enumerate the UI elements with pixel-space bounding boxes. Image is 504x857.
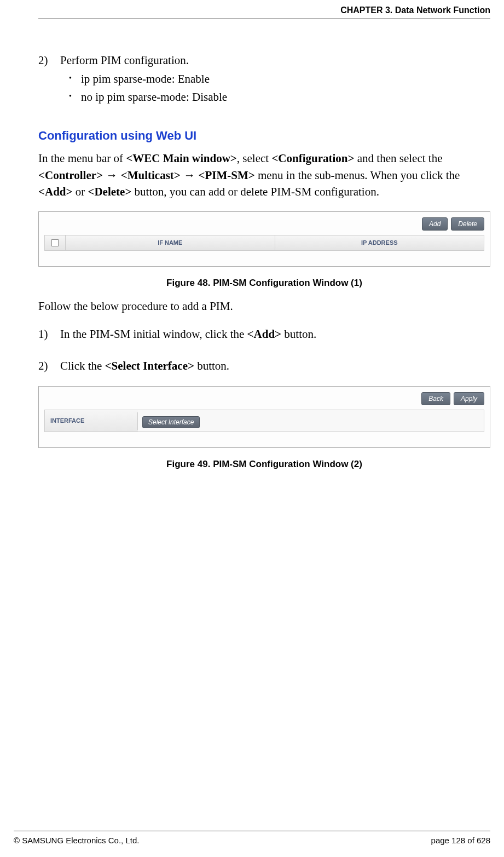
- text: Click the: [60, 359, 105, 372]
- select-all-checkbox[interactable]: [51, 239, 59, 246]
- apply-button[interactable]: Apply: [454, 392, 484, 405]
- text: button, you can add or delete PIM-SM con…: [131, 185, 379, 198]
- text: menu in the sub-menus. When you click th…: [255, 169, 460, 182]
- section-heading: Configuration using Web UI: [38, 127, 490, 145]
- chapter-header: CHAPTER 3. Data Network Function: [38, 5, 490, 15]
- column-if-name: IF NAME: [66, 235, 275, 251]
- copyright: © SAMSUNG Electronics Co., Ltd.: [14, 836, 139, 845]
- bullet-item: • ip pim sparse-mode: Enable: [69, 71, 490, 87]
- table-header: IF NAME IP ADDRESS: [44, 235, 484, 251]
- step-number: 2): [38, 358, 60, 374]
- step-number: 2): [38, 52, 60, 68]
- text: button.: [281, 327, 316, 341]
- bullet-text: no ip pim sparse-mode: Disable: [81, 89, 227, 105]
- step-body: In the PIM-SM initial window, click the …: [60, 326, 490, 342]
- page-number: page 128 of 628: [431, 836, 490, 845]
- text: In the PIM-SM initial window, click the: [60, 327, 247, 341]
- step-body: Click the <Select Interface> button.: [60, 358, 490, 374]
- text: button.: [194, 359, 229, 372]
- page-footer: © SAMSUNG Electronics Co., Ltd. page 128…: [14, 831, 490, 845]
- bold-text: <Delete>: [88, 185, 131, 198]
- pim-sm-window-2: Back Apply INTERFACE Select Interface: [38, 386, 490, 447]
- bold-text: <Multicast>: [121, 169, 181, 182]
- step-number: 1): [38, 326, 60, 342]
- bullet-item: • no ip pim sparse-mode: Disable: [69, 89, 490, 105]
- bullet-icon: •: [69, 73, 81, 89]
- arrow-icon: →: [103, 169, 121, 181]
- button-row: Back Apply: [44, 392, 484, 405]
- page-content: 2) Perform PIM configuration. • ip pim s…: [38, 52, 490, 471]
- select-interface-button[interactable]: Select Interface: [142, 416, 200, 428]
- arrow-icon: →: [181, 169, 199, 181]
- figure-caption: Figure 48. PIM-SM Configuration Window (…: [38, 277, 490, 290]
- text: and then select the: [355, 152, 443, 165]
- step-2-bullets: • ip pim sparse-mode: Enable • no ip pim…: [69, 71, 490, 105]
- interface-value-cell: Select Interface: [138, 410, 484, 431]
- bold-text: <Add>: [247, 327, 281, 341]
- delete-button[interactable]: Delete: [451, 217, 484, 231]
- figure-48: Add Delete IF NAME IP ADDRESS Figure 48.…: [38, 211, 490, 291]
- follow-paragraph: Follow the below procedure to add a PIM.: [38, 298, 490, 314]
- bold-text: <Select Interface>: [105, 359, 194, 372]
- bold-text: <PIM-SM>: [198, 169, 254, 182]
- step-text: Perform PIM configuration.: [60, 52, 490, 68]
- figure-caption: Figure 49. PIM-SM Configuration Window (…: [38, 458, 490, 471]
- step-2: 2) Perform PIM configuration.: [38, 52, 490, 68]
- proc-step-2: 2) Click the <Select Interface> button.: [38, 358, 490, 374]
- proc-step-1: 1) In the PIM-SM initial window, click t…: [38, 326, 490, 342]
- figure-49: Back Apply INTERFACE Select Interface Fi…: [38, 386, 490, 471]
- bold-text: <Configuration>: [271, 152, 354, 165]
- bold-text: <Controller>: [38, 169, 103, 182]
- bullet-text: ip pim sparse-mode: Enable: [81, 71, 210, 87]
- text: In the menu bar of: [38, 152, 126, 165]
- bullet-icon: •: [69, 91, 81, 107]
- button-row: Add Delete: [44, 217, 484, 231]
- add-button[interactable]: Add: [422, 217, 448, 231]
- checkbox-header: [45, 235, 66, 251]
- bold-text: <WEC Main window>: [126, 152, 236, 165]
- column-ip-address: IP ADDRESS: [275, 235, 484, 251]
- interface-label: INTERFACE: [45, 412, 138, 430]
- text: , select: [237, 152, 272, 165]
- bold-text: <Add>: [38, 185, 72, 198]
- top-rule: [38, 19, 490, 19]
- intro-paragraph: In the menu bar of <WEC Main window>, se…: [38, 150, 490, 200]
- text: or: [72, 185, 88, 198]
- interface-row: INTERFACE Select Interface: [44, 410, 484, 432]
- back-button[interactable]: Back: [421, 392, 450, 405]
- pim-sm-window-1: Add Delete IF NAME IP ADDRESS: [38, 211, 490, 267]
- bottom-rule: [14, 831, 490, 831]
